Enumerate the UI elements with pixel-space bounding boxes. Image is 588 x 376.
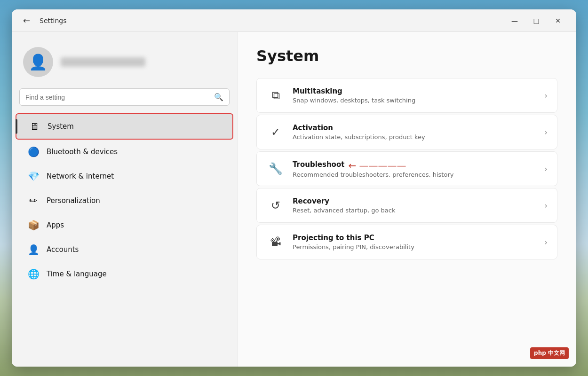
setting-icon-projecting: 📽	[266, 233, 285, 251]
nav-icon-apps: 📦	[27, 219, 40, 232]
setting-icon-troubleshoot: 🔧	[266, 159, 285, 178]
php-badge: php 中文网	[530, 347, 569, 359]
sidebar-item-apps[interactable]: 📦 Apps	[16, 213, 233, 237]
close-button[interactable]: ✕	[547, 13, 569, 28]
setting-title-multitasking: Multitasking	[293, 87, 537, 95]
nav-label-accounts: Accounts	[47, 245, 79, 254]
chevron-icon-troubleshoot: ›	[545, 164, 548, 173]
window-body: 👤 🔍 🖥 System 🔵 Bluetooth & devices 💎	[12, 32, 576, 367]
chevron-icon-recovery: ›	[545, 201, 548, 210]
setting-title-recovery: Recovery	[293, 197, 537, 205]
settings-window: ← Settings — □ ✕ 👤	[12, 9, 576, 367]
setting-desc-recovery: Reset, advanced startup, go back	[293, 207, 537, 214]
search-input[interactable]	[25, 94, 210, 101]
nav-icon-accounts: 👤	[27, 243, 40, 256]
sidebar-item-network[interactable]: 💎 Network & internet	[16, 164, 233, 188]
nav-label-network: Network & internet	[47, 172, 114, 180]
user-name	[61, 57, 145, 67]
search-icon: 🔍	[214, 93, 223, 102]
maximize-button[interactable]: □	[525, 13, 547, 28]
chevron-icon-multitasking: ›	[545, 91, 548, 100]
setting-info-recovery: Recovery Reset, advanced startup, go bac…	[293, 197, 537, 214]
annotation-arrow: ← —————	[348, 160, 406, 171]
sidebar: 👤 🔍 🖥 System 🔵 Bluetooth & devices 💎	[12, 32, 238, 367]
titlebar-left: ← Settings	[19, 14, 504, 27]
sidebar-item-time[interactable]: 🌐 Time & language	[16, 262, 233, 286]
setting-title-troubleshoot: Troubleshoot	[293, 160, 344, 169]
nav-label-system: System	[48, 122, 74, 131]
avatar: 👤	[23, 47, 53, 77]
setting-info-activation: Activation Activation state, subscriptio…	[293, 124, 537, 141]
setting-icon-activation: ✓	[266, 123, 285, 141]
nav-label-bluetooth: Bluetooth & devices	[47, 148, 118, 156]
setting-desc-multitasking: Snap windows, desktops, task switching	[293, 97, 537, 104]
setting-card-projecting[interactable]: 📽 Projecting to this PC Permissions, pai…	[256, 225, 557, 259]
setting-info-troubleshoot: Troubleshoot ← ————— Recommended trouble…	[293, 160, 537, 178]
sidebar-item-system[interactable]: 🖥 System	[16, 113, 233, 140]
user-icon: 👤	[29, 53, 48, 71]
setting-card-multitasking[interactable]: ⧉ Multitasking Snap windows, desktops, t…	[256, 78, 557, 113]
setting-card-activation[interactable]: ✓ Activation Activation state, subscript…	[256, 115, 557, 149]
setting-card-troubleshoot[interactable]: 🔧 Troubleshoot ← ————— Recommended troub…	[256, 151, 557, 186]
window-controls: — □ ✕	[504, 13, 569, 28]
nav-icon-bluetooth: 🔵	[27, 145, 40, 158]
setting-title-activation: Activation	[293, 124, 537, 132]
setting-card-recovery[interactable]: ↺ Recovery Reset, advanced startup, go b…	[256, 188, 557, 223]
nav-list: 🖥 System 🔵 Bluetooth & devices 💎 Network…	[12, 113, 237, 286]
sidebar-item-accounts[interactable]: 👤 Accounts	[16, 237, 233, 262]
setting-desc-activation: Activation state, subscriptions, product…	[293, 133, 537, 141]
nav-label-time: Time & language	[47, 270, 107, 278]
setting-desc-projecting: Permissions, pairing PIN, discoverabilit…	[293, 243, 537, 251]
nav-icon-network: 💎	[27, 170, 40, 183]
titlebar: ← Settings — □ ✕	[12, 9, 576, 32]
nav-label-apps: Apps	[47, 221, 64, 229]
main-content: System ⧉ Multitasking Snap windows, desk…	[238, 32, 576, 367]
sidebar-item-bluetooth[interactable]: 🔵 Bluetooth & devices	[16, 140, 233, 164]
titlebar-title: Settings	[40, 17, 66, 24]
setting-title-projecting: Projecting to this PC	[293, 234, 537, 242]
setting-desc-troubleshoot: Recommended troubleshooters, preferences…	[293, 171, 537, 178]
setting-info-multitasking: Multitasking Snap windows, desktops, tas…	[293, 87, 537, 104]
page-title: System	[256, 47, 557, 65]
nav-icon-time: 🌐	[27, 267, 40, 281]
search-box[interactable]: 🔍	[19, 88, 230, 106]
nav-icon-personalization: ✏️	[27, 194, 40, 207]
back-button[interactable]: ←	[19, 14, 34, 27]
chevron-icon-activation: ›	[545, 128, 548, 137]
nav-label-personalization: Personalization	[47, 196, 100, 205]
user-section: 👤	[12, 39, 237, 88]
nav-icon-system: 🖥	[28, 120, 41, 133]
setting-info-projecting: Projecting to this PC Permissions, pairi…	[293, 234, 537, 251]
setting-icon-recovery: ↺	[266, 196, 285, 215]
minimize-button[interactable]: —	[504, 13, 525, 28]
sidebar-item-personalization[interactable]: ✏️ Personalization	[16, 188, 233, 213]
setting-icon-multitasking: ⧉	[266, 86, 285, 105]
settings-list: ⧉ Multitasking Snap windows, desktops, t…	[256, 78, 557, 259]
chevron-icon-projecting: ›	[545, 238, 548, 247]
